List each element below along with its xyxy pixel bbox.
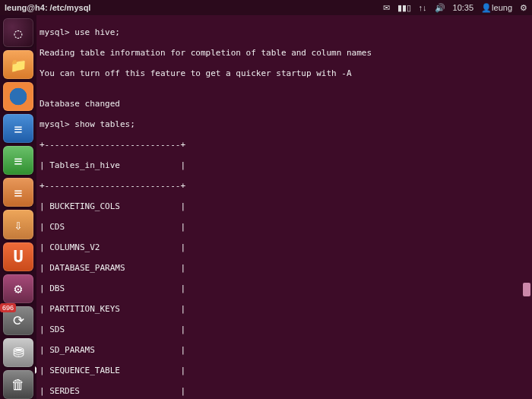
update-count-badge: 696	[0, 303, 16, 312]
user-menu[interactable]: 👤 leung	[481, 3, 512, 13]
term-line: | SERDES |	[40, 386, 529, 397]
term-line: | Tables_in_hive |	[40, 160, 529, 171]
settings-button[interactable]: ⚙	[3, 274, 33, 303]
calc-button[interactable]: ≡	[3, 146, 33, 175]
scrollbar-thumb[interactable]	[523, 283, 530, 296]
ubuntu-one-button[interactable]: U	[3, 242, 33, 271]
term-line: | SD_PARAMS |	[40, 345, 529, 356]
mail-icon[interactable]: ✉	[383, 3, 390, 13]
term-line: mysql> show tables;	[40, 119, 529, 130]
top-panel: leung@h4: /etc/mysql ✉ ▮▮▯ ↑↓ 🔊 10:35 👤 …	[0, 0, 532, 15]
network-icon[interactable]: ↑↓	[419, 3, 427, 12]
unity-launcher: ◌ 📁 ≡ ≡ ≡ ⇩ U ⚙ ⟳ 696 >_ ⛃ 🗑	[0, 15, 36, 399]
term-line: | SDS |	[40, 325, 529, 335]
gear-icon[interactable]: ⚙	[520, 3, 527, 13]
trash-button[interactable]: 🗑	[3, 370, 33, 399]
firefox-button[interactable]	[3, 82, 33, 111]
update-manager-button[interactable]: ⟳ 696	[3, 306, 33, 335]
files-button[interactable]: 📁	[3, 50, 33, 79]
term-line: | CDS |	[40, 222, 529, 233]
battery-icon[interactable]: ▮▮▯	[397, 3, 411, 13]
term-line: | COLUMNS_V2 |	[40, 242, 529, 253]
term-line: | PARTITION_KEYS |	[40, 304, 529, 315]
impress-button[interactable]: ≡	[3, 178, 33, 207]
term-line: Database changed	[40, 99, 529, 109]
writer-button[interactable]: ≡	[3, 114, 33, 143]
term-line: | SEQUENCE_TABLE |	[40, 366, 529, 376]
software-center-button[interactable]: ⇩	[3, 210, 33, 239]
term-line: +---------------------------+	[40, 181, 529, 192]
term-line: You can turn off this feature to get a q…	[40, 68, 529, 79]
term-line: | DATABASE_PARAMS |	[40, 263, 529, 274]
update-icon: ⟳	[13, 312, 24, 328]
sound-icon[interactable]: 🔊	[435, 3, 445, 13]
terminal-pane[interactable]: mysql> use hive; Reading table informati…	[36, 15, 532, 399]
user-name: leung	[492, 3, 512, 12]
term-line: +---------------------------+	[40, 140, 529, 150]
term-line: Reading table information for completion…	[40, 48, 529, 59]
term-line: mysql> use hive;	[40, 27, 529, 38]
clock[interactable]: 10:35	[453, 3, 474, 12]
mounted-drive-button[interactable]: ⛃	[3, 338, 33, 367]
window-title: leung@h4: /etc/mysql	[5, 3, 90, 12]
term-line: | BUCKETING_COLS |	[40, 201, 529, 212]
term-line: | DBS |	[40, 283, 529, 294]
dash-button[interactable]: ◌	[3, 18, 33, 47]
